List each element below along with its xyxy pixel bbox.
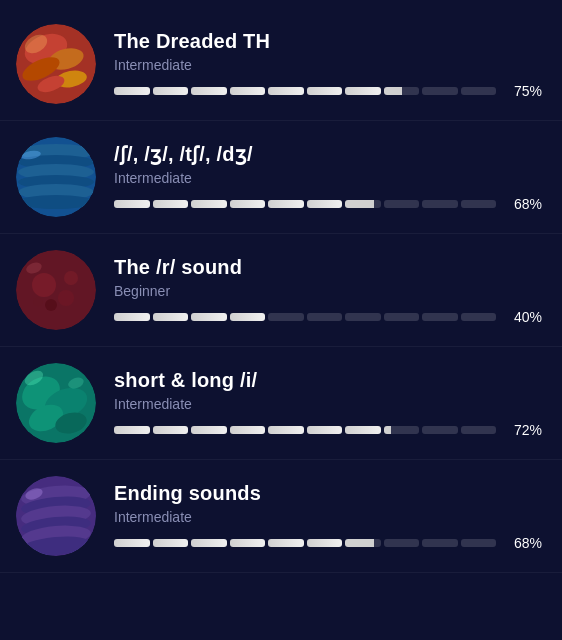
progress-bar — [114, 200, 496, 208]
item-level: Beginner — [114, 283, 542, 299]
item-title: Ending sounds — [114, 482, 542, 505]
seg — [422, 426, 458, 434]
seg — [384, 87, 420, 95]
seg — [422, 200, 458, 208]
seg — [153, 426, 189, 434]
seg — [268, 87, 304, 95]
seg — [114, 539, 150, 547]
seg — [384, 200, 420, 208]
progress-percent: 72% — [506, 422, 542, 438]
seg — [191, 539, 227, 547]
seg — [191, 426, 227, 434]
seg — [268, 539, 304, 547]
seg — [345, 87, 381, 95]
item-level: Intermediate — [114, 509, 542, 525]
item-level: Intermediate — [114, 396, 542, 412]
seg — [422, 87, 458, 95]
seg — [114, 200, 150, 208]
seg — [153, 200, 189, 208]
seg — [191, 87, 227, 95]
seg — [307, 87, 343, 95]
progress-bar — [114, 539, 496, 547]
progress-row: 75% — [114, 83, 542, 99]
seg — [191, 200, 227, 208]
seg — [114, 87, 150, 95]
seg — [422, 539, 458, 547]
svg-point-6 — [16, 24, 96, 104]
seg — [461, 426, 497, 434]
seg — [153, 87, 189, 95]
seg — [345, 539, 381, 547]
item-content: The /r/ sound Beginner 40% — [114, 256, 542, 325]
planet-icon — [16, 363, 96, 443]
seg — [384, 426, 420, 434]
progress-row: 72% — [114, 422, 542, 438]
list-item[interactable]: Ending sounds Intermediate 68% — [0, 460, 562, 573]
progress-bar — [114, 313, 496, 321]
progress-percent: 68% — [506, 535, 542, 551]
progress-percent: 75% — [506, 83, 542, 99]
svg-point-15 — [16, 137, 96, 217]
item-level: Intermediate — [114, 170, 542, 186]
item-title: The /r/ sound — [114, 256, 542, 279]
list-item[interactable]: The /r/ sound Beginner 40% — [0, 234, 562, 347]
seg — [307, 200, 343, 208]
seg — [230, 426, 266, 434]
item-title: The Dreaded TH — [114, 30, 542, 53]
seg — [307, 313, 343, 321]
seg — [268, 313, 304, 321]
seg — [307, 539, 343, 547]
planet-icon — [16, 24, 96, 104]
seg — [230, 539, 266, 547]
seg — [114, 313, 150, 321]
seg — [384, 539, 420, 547]
svg-point-23 — [16, 250, 96, 330]
list-item[interactable]: The Dreaded TH Intermediate 75% — [0, 8, 562, 121]
list-item[interactable]: short & long /i/ Intermediate 72% — [0, 347, 562, 460]
seg — [153, 313, 189, 321]
seg — [461, 200, 497, 208]
seg — [461, 87, 497, 95]
seg — [307, 426, 343, 434]
seg — [153, 539, 189, 547]
item-content: Ending sounds Intermediate 68% — [114, 482, 542, 551]
progress-row: 40% — [114, 309, 542, 325]
seg — [345, 313, 381, 321]
seg — [114, 426, 150, 434]
item-content: The Dreaded TH Intermediate 75% — [114, 30, 542, 99]
course-list: The Dreaded TH Intermediate 75% — [0, 0, 562, 581]
progress-percent: 68% — [506, 196, 542, 212]
seg — [230, 200, 266, 208]
progress-row: 68% — [114, 535, 542, 551]
progress-percent: 40% — [506, 309, 542, 325]
progress-bar — [114, 87, 496, 95]
seg — [268, 200, 304, 208]
seg — [461, 539, 497, 547]
item-level: Intermediate — [114, 57, 542, 73]
svg-point-30 — [16, 363, 96, 443]
progress-bar — [114, 426, 496, 434]
progress-row: 68% — [114, 196, 542, 212]
planet-icon — [16, 476, 96, 556]
seg — [191, 313, 227, 321]
item-title: /ʃ/, /ʒ/, /tʃ/, /dʒ/ — [114, 142, 542, 166]
planet-icon — [16, 137, 96, 217]
seg — [230, 313, 266, 321]
seg — [384, 313, 420, 321]
item-title: short & long /i/ — [114, 369, 542, 392]
seg — [268, 426, 304, 434]
seg — [345, 200, 381, 208]
item-content: short & long /i/ Intermediate 72% — [114, 369, 542, 438]
item-content: /ʃ/, /ʒ/, /tʃ/, /dʒ/ Intermediate 68% — [114, 142, 542, 212]
planet-icon — [16, 250, 96, 330]
svg-point-40 — [16, 476, 96, 556]
seg — [230, 87, 266, 95]
list-item[interactable]: /ʃ/, /ʒ/, /tʃ/, /dʒ/ Intermediate 68% — [0, 121, 562, 234]
seg — [345, 426, 381, 434]
seg — [461, 313, 497, 321]
seg — [422, 313, 458, 321]
